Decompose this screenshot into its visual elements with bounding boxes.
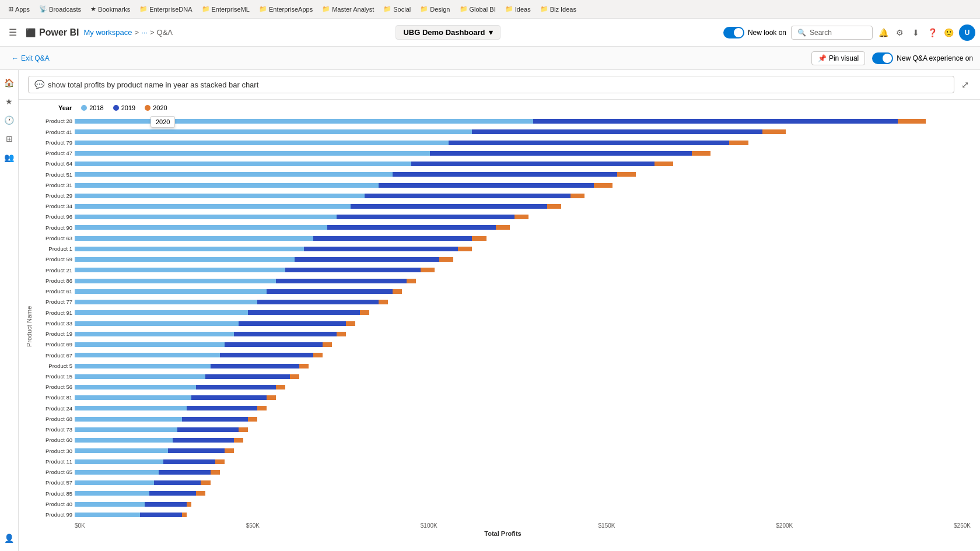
dashboard-selector[interactable]: UBG Demo Dashboard ▾ <box>396 25 500 40</box>
table-row[interactable] <box>75 286 971 297</box>
pin-visual-button[interactable]: 📌 Pin visual <box>811 51 865 65</box>
bar-2019 <box>196 385 275 389</box>
user-avatar[interactable]: U <box>959 24 975 41</box>
new-qna-toggle[interactable] <box>872 52 893 64</box>
table-row[interactable] <box>75 169 971 180</box>
sidebar-favorites-button[interactable]: ★ <box>1 93 18 110</box>
bm-broadcasts[interactable]: 📡 Broadcasts <box>36 4 85 14</box>
bm-globalbi[interactable]: 📁 Global BI <box>456 4 499 14</box>
sidebar-user-button[interactable]: 👤 <box>1 530 18 546</box>
bar-2019 <box>304 247 459 251</box>
hamburger-menu-button[interactable]: ☰ <box>5 24 21 41</box>
table-row[interactable] <box>75 467 971 478</box>
table-row[interactable] <box>75 510 971 520</box>
bar-2020 <box>299 364 309 368</box>
workspace-link[interactable]: My workspace <box>83 28 132 37</box>
new-qna-toggle-container: New Q&A experience on <box>872 52 973 64</box>
settings-gear-button[interactable]: ⚙ <box>894 27 905 38</box>
table-row[interactable] <box>75 180 971 190</box>
table-row[interactable] <box>75 307 971 318</box>
legend-dot-2018 <box>81 105 87 111</box>
sidebar-shared-button[interactable]: 👥 <box>1 149 18 166</box>
expand-button[interactable]: ⤢ <box>959 79 971 90</box>
table-row[interactable] <box>75 159 971 169</box>
table-row[interactable] <box>75 297 971 307</box>
table-row[interactable] <box>75 127 971 137</box>
help-button[interactable]: ❓ <box>926 27 938 38</box>
table-row[interactable] <box>75 414 971 424</box>
table-row[interactable] <box>75 244 971 254</box>
chart-area: Year 2018 2019 2020 Product Name <box>19 100 980 551</box>
bar-2020 <box>407 279 416 283</box>
bar-2020 <box>570 194 584 198</box>
qna-input-field[interactable]: 💬 show total profits by product name in … <box>28 76 954 93</box>
bar-2018 <box>75 406 187 410</box>
table-row[interactable] <box>75 403 971 413</box>
table-row[interactable] <box>75 191 971 201</box>
bar-2020 <box>201 480 210 485</box>
bm-social[interactable]: 📁 Social <box>380 4 414 14</box>
feedback-button[interactable]: 🙂 <box>943 27 954 38</box>
legend-2019: 2019 <box>113 104 135 111</box>
sidebar-apps-button[interactable]: ⊞ <box>1 131 18 147</box>
product-label: Product 5 <box>35 363 75 369</box>
bm-masteranalyst[interactable]: 📁 Master Analyst <box>318 4 377 14</box>
bm-ideas[interactable]: 📁 Ideas <box>502 4 534 14</box>
sidebar-recent-button[interactable]: 🕐 <box>1 112 18 128</box>
bar-2020 <box>257 406 267 410</box>
bm-design[interactable]: 📁 Design <box>416 4 453 14</box>
table-row[interactable] <box>75 371 971 382</box>
table-row[interactable] <box>75 435 971 445</box>
bm-enterpriseml[interactable]: 📁 EnterpriseML <box>198 4 253 14</box>
bm-apps[interactable]: ⊞ Apps <box>5 4 33 14</box>
sidebar-home-button[interactable]: 🏠 <box>1 75 18 91</box>
table-row[interactable] <box>75 424 971 435</box>
table-row[interactable] <box>75 360 971 371</box>
table-row[interactable] <box>75 488 971 499</box>
table-row[interactable] <box>75 350 971 360</box>
breadcrumb-ellipsis[interactable]: ··· <box>141 28 148 37</box>
table-row[interactable] <box>75 445 971 456</box>
bar-2019 <box>365 194 570 198</box>
product-label: Product 40 <box>35 501 75 507</box>
product-label: Product 90 <box>35 225 75 231</box>
bm-enterpriseapps[interactable]: 📁 EnterpriseApps <box>256 4 316 14</box>
search-box[interactable]: 🔍 Search <box>791 26 873 40</box>
bar-2018 <box>75 459 163 464</box>
table-row[interactable] <box>75 457 971 467</box>
table-row[interactable] <box>75 116 971 127</box>
exit-qna-button[interactable]: ← Exit Q&A <box>7 52 54 65</box>
download-button[interactable]: ⬇ <box>910 27 922 38</box>
bar-2020 <box>196 491 205 496</box>
bar-2018 <box>75 364 211 368</box>
table-row[interactable] <box>75 499 971 509</box>
product-label: Product 57 <box>35 480 75 486</box>
bar-2020 <box>393 289 402 294</box>
bar-2019 <box>430 151 692 156</box>
product-label: Product 51 <box>35 172 75 178</box>
product-label: Product 79 <box>35 140 75 146</box>
table-row[interactable] <box>75 148 971 159</box>
table-row[interactable] <box>75 233 971 244</box>
chart-legend: Year 2018 2019 2020 <box>58 104 971 111</box>
bm-bizideas[interactable]: 📁 Biz Ideas <box>537 4 580 14</box>
table-row[interactable] <box>75 201 971 212</box>
table-row[interactable] <box>75 254 971 265</box>
bm-enterprisedna[interactable]: 📁 EnterpriseDNA <box>136 4 195 14</box>
table-row[interactable] <box>75 212 971 222</box>
bar-2019 <box>313 236 473 241</box>
table-row[interactable] <box>75 478 971 488</box>
table-row[interactable] <box>75 392 971 403</box>
table-row[interactable] <box>75 318 971 328</box>
table-row[interactable] <box>75 222 971 233</box>
table-row[interactable] <box>75 137 971 148</box>
table-row[interactable] <box>75 339 971 350</box>
table-row[interactable] <box>75 265 971 275</box>
bar-2018 <box>75 491 149 496</box>
table-row[interactable] <box>75 382 971 392</box>
table-row[interactable] <box>75 276 971 286</box>
bm-bookmarks[interactable]: ★ Bookmarks <box>87 4 134 14</box>
table-row[interactable] <box>75 329 971 339</box>
notification-bell-button[interactable]: 🔔 <box>877 27 889 38</box>
new-look-toggle[interactable] <box>723 27 744 38</box>
